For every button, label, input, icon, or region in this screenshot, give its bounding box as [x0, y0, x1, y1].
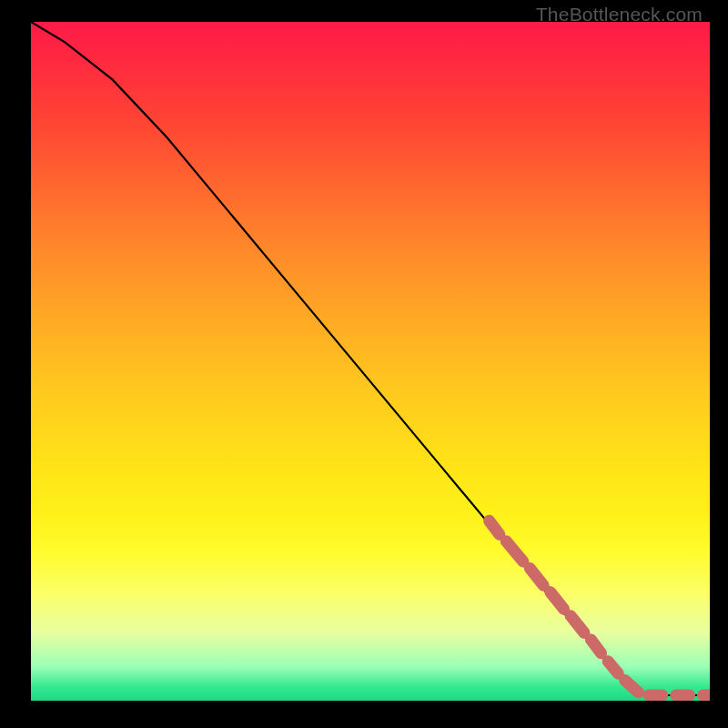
chart-overlay — [31, 22, 710, 701]
dash-segment — [625, 681, 639, 693]
watermark-text: TheBottleneck.com — [536, 4, 703, 25]
dash-segment — [591, 640, 601, 653]
dash-segment — [530, 569, 543, 586]
plot-area — [31, 22, 710, 701]
bottleneck-curve — [31, 22, 710, 695]
dash-segment — [551, 592, 564, 610]
dash-segment — [608, 662, 618, 674]
dash-segment — [490, 521, 500, 534]
dash-segment — [571, 616, 584, 633]
dash-segment — [506, 541, 523, 561]
dash-segments — [490, 521, 710, 695]
